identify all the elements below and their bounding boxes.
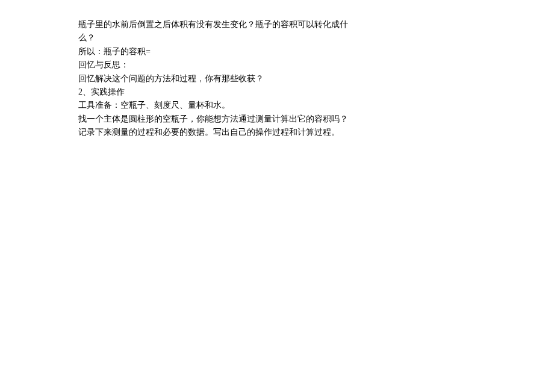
text-line: 所以：瓶子的容积= (78, 45, 391, 58)
text-line: 找一个主体是圆柱形的空瓶子，你能想方法通过测量计算出它的容积吗？ (78, 113, 391, 126)
text-line: 瓶子里的水前后倒置之后体积有没有发生变化？瓶子的容积可以转化成什 (78, 18, 391, 31)
text-line: 工具准备：空瓶子、刻度尺、量杯和水。 (78, 99, 391, 112)
text-line: 回忆解决这个问题的方法和过程，你有那些收获？ (78, 72, 391, 86)
document-content: 瓶子里的水前后倒置之后体积有没有发生变化？瓶子的容积可以转化成什 么？ 所以：瓶… (78, 18, 391, 140)
text-line: 记录下来测量的过程和必要的数据。写出自己的操作过程和计算过程。 (78, 126, 391, 139)
text-line: 2、实践操作 (78, 86, 391, 99)
text-line: 回忆与反思： (78, 58, 391, 72)
text-line: 么？ (78, 31, 391, 45)
